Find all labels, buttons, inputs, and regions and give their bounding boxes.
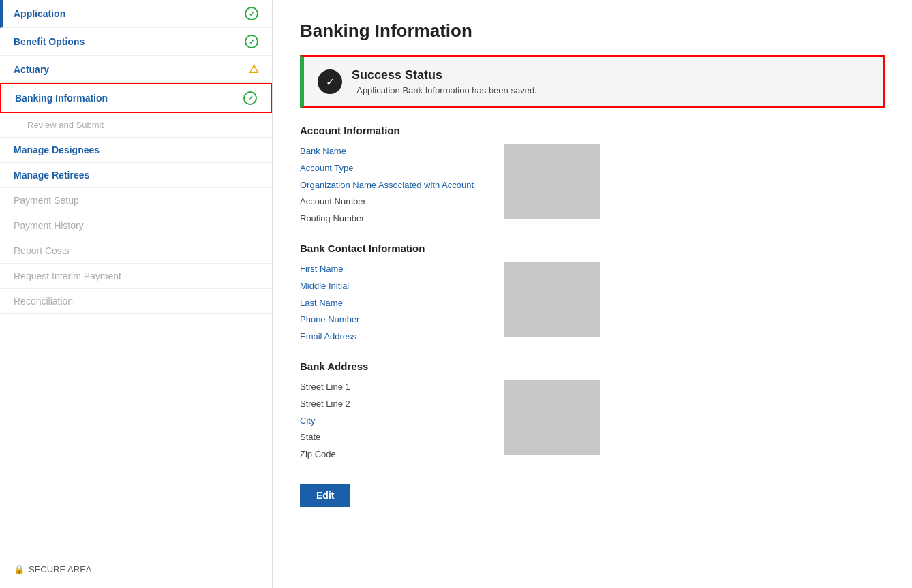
sidebar-item-benefit-options[interactable]: Benefit Options ✓	[0, 28, 272, 56]
bank-contact-row: First Name Middle Initial Last Name Phon…	[300, 262, 885, 347]
sidebar-label-banking-information: Banking Information	[15, 93, 108, 104]
page-title: Banking Information	[300, 20, 885, 42]
sidebar-label-manage-designees: Manage Designees	[14, 144, 100, 155]
sidebar-icon-benefit-options: ✓	[245, 35, 258, 48]
sidebar: Application ✓ Benefit Options ✓ Actuary …	[0, 0, 273, 588]
bank-contact-section-title: Bank Contact Information	[300, 243, 885, 254]
bank-contact-placeholder-image	[504, 262, 600, 337]
field-phone-number: Phone Number	[300, 313, 477, 327]
sidebar-label-payment-history: Payment History	[14, 220, 84, 231]
check-icon: ✓	[245, 7, 258, 20]
sidebar-item-banking-information[interactable]: Banking Information ✓	[0, 83, 272, 113]
sidebar-label-payment-setup: Payment Setup	[14, 195, 79, 206]
sidebar-item-actuary[interactable]: Actuary ⚠	[0, 56, 272, 83]
sidebar-label-request-interim: Request Interim Payment	[14, 270, 121, 281]
account-info-labels: Bank Name Account Type Organization Name…	[300, 144, 477, 229]
sidebar-label-application: Application	[14, 8, 65, 19]
account-info-row: Bank Name Account Type Organization Name…	[300, 144, 885, 229]
edit-button[interactable]: Edit	[300, 484, 350, 507]
field-last-name: Last Name	[300, 296, 477, 311]
sidebar-item-payment-history: Payment History	[0, 213, 272, 238]
sidebar-item-review-submit: Review and Submit	[0, 113, 272, 138]
field-street-line-1: Street Line 1	[300, 380, 477, 394]
field-first-name: First Name	[300, 262, 477, 277]
field-routing-number: Routing Number	[300, 212, 477, 226]
field-account-type: Account Type	[300, 161, 477, 176]
sidebar-icon-actuary: ⚠	[249, 63, 258, 76]
field-email-address: Email Address	[300, 330, 477, 344]
sidebar-item-application[interactable]: Application ✓	[0, 0, 272, 28]
lock-icon: 🔒	[14, 564, 25, 574]
account-info-section-title: Account Information	[300, 125, 885, 136]
field-bank-name: Bank Name	[300, 144, 477, 159]
main-content: Banking Information ✓ Success Status - A…	[273, 0, 912, 588]
sidebar-item-payment-setup: Payment Setup	[0, 188, 272, 213]
field-account-number: Account Number	[300, 195, 477, 209]
check-icon: ✓	[243, 91, 257, 105]
sidebar-item-manage-designees[interactable]: Manage Designees	[0, 138, 272, 163]
success-message: - Application Bank Information has been …	[352, 85, 537, 95]
field-street-line-2: Street Line 2	[300, 397, 477, 412]
bank-address-section-title: Bank Address	[300, 360, 885, 372]
sidebar-label-actuary: Actuary	[14, 64, 49, 75]
field-org-name: Organization Name Associated with Accoun…	[300, 179, 477, 193]
field-city: City	[300, 414, 477, 429]
sidebar-label-manage-retirees: Manage Retirees	[14, 170, 89, 181]
bank-contact-labels: First Name Middle Initial Last Name Phon…	[300, 262, 477, 347]
sidebar-item-request-interim: Request Interim Payment	[0, 264, 272, 289]
account-info-placeholder-image	[504, 144, 600, 219]
sidebar-label-benefit-options: Benefit Options	[14, 36, 85, 47]
bank-address-labels: Street Line 1 Street Line 2 City State Z…	[300, 380, 477, 465]
sidebar-label-report-costs: Report Costs	[14, 245, 70, 256]
success-title: Success Status	[352, 68, 537, 82]
success-icon: ✓	[318, 69, 342, 94]
warning-icon: ⚠	[249, 63, 258, 76]
sidebar-icon-banking-information: ✓	[243, 91, 257, 105]
sidebar-icon-application: ✓	[245, 7, 258, 20]
sidebar-item-manage-retirees[interactable]: Manage Retirees	[0, 163, 272, 188]
sidebar-item-reconciliation: Reconciliation	[0, 289, 272, 314]
secure-area-footer: 🔒 SECURE AREA	[14, 564, 91, 574]
secure-area-label: SECURE AREA	[29, 564, 91, 574]
success-banner: ✓ Success Status - Application Bank Info…	[300, 55, 885, 108]
field-state: State	[300, 431, 477, 445]
bank-address-row: Street Line 1 Street Line 2 City State Z…	[300, 380, 885, 465]
sidebar-label-reconciliation: Reconciliation	[14, 296, 73, 307]
success-text-block: Success Status - Application Bank Inform…	[352, 68, 537, 95]
sidebar-label-review-submit: Review and Submit	[27, 120, 104, 130]
field-zip-code: Zip Code	[300, 448, 477, 462]
bank-address-placeholder-image	[504, 380, 600, 455]
field-middle-initial: Middle Initial	[300, 279, 477, 294]
check-icon: ✓	[245, 35, 258, 48]
sidebar-item-report-costs: Report Costs	[0, 238, 272, 264]
